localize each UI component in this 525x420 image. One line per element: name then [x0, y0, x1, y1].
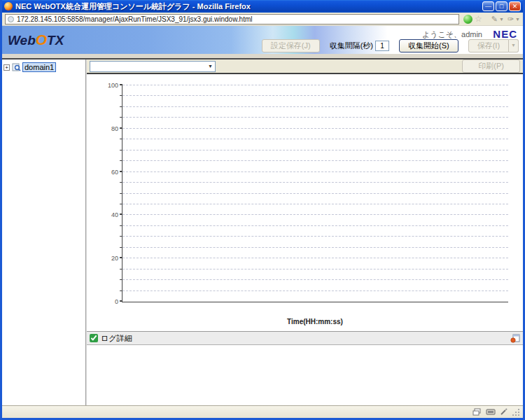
title-bar: NEC WebOTX統合運用管理コンソール統計グラフ - Mozilla Fir…: [2, 0, 523, 13]
domain-tree-panel: + domain1: [2, 59, 86, 405]
windows-stack-icon[interactable]: [472, 408, 482, 416]
graph-panel: ▼ 印刷(P) 020406080100 Time(HH:mm:ss) ログ詳細: [86, 59, 523, 405]
logo-o-swoosh: O: [36, 31, 47, 48]
chevron-down-icon: ▼: [515, 17, 520, 22]
go-button[interactable]: [463, 15, 472, 24]
start-collect-button[interactable]: 収集開始(S): [399, 39, 458, 52]
save-dropdown-arrow[interactable]: ▼: [509, 39, 519, 52]
x-axis-label: Time(HH:mm:ss): [122, 318, 508, 326]
metric-selector[interactable]: ▼: [90, 61, 216, 72]
edit-tool-dropdown[interactable]: ✎ ▼: [491, 15, 504, 24]
save-settings-button[interactable]: 設定保存(J): [262, 39, 320, 52]
maximize-button[interactable]: □: [496, 1, 507, 11]
address-toolbar: 172.28.145.105:5858/manager/AjaxRunTime/…: [2, 13, 523, 26]
welcome-text: ようこそ、admin: [422, 29, 482, 40]
bookmark-star-icon[interactable]: ☆: [475, 15, 482, 24]
content-area: + domain1 ▼ 印刷(P) 020406080100 Time(HH:m…: [2, 59, 523, 405]
browser-window: NEC WebOTX統合運用管理コンソール統計グラフ - Mozilla Fir…: [0, 0, 525, 420]
print-button[interactable]: 印刷(P): [462, 59, 520, 73]
collection-controls: 設定保存(J) 収集間隔(秒) 収集開始(S) 保存(I) ▼: [262, 39, 519, 52]
header-divider: [2, 54, 523, 59]
tree-node-domain1[interactable]: + domain1: [4, 62, 84, 72]
address-field[interactable]: 172.28.145.105:5858/manager/AjaxRunTime/…: [5, 14, 459, 24]
status-bar: [2, 405, 523, 418]
save-button[interactable]: 保存(I): [468, 39, 509, 52]
nec-logo: NEC: [493, 28, 517, 40]
log-detail-label: ログ詳細: [101, 333, 132, 344]
graph-toolbar: ▼ 印刷(P): [87, 59, 523, 74]
log-content-area: [87, 345, 523, 405]
statistics-chart: 020406080100 Time(HH:mm:ss): [87, 74, 523, 332]
close-button[interactable]: ✕: [509, 1, 521, 11]
console-icon[interactable]: [486, 409, 496, 415]
log-popup-icon[interactable]: [510, 334, 520, 343]
chevron-down-icon: ▼: [499, 17, 504, 22]
webotx-logo: WebOTX: [8, 31, 64, 48]
domain-magnifier-icon: [12, 63, 21, 72]
interval-label: 収集間隔(秒): [330, 41, 373, 51]
firefox-icon: [4, 2, 13, 10]
log-detail-checkbox[interactable]: [90, 334, 98, 342]
clip-tool-dropdown[interactable]: ✑ ▼: [507, 15, 520, 24]
plot-area: 020406080100: [122, 85, 508, 302]
address-url: 172.28.145.105:5858/manager/AjaxRunTime/…: [17, 15, 253, 23]
log-detail-bar: ログ詳細: [87, 332, 523, 345]
tree-expander-icon[interactable]: +: [4, 64, 10, 71]
resize-grip[interactable]: [512, 408, 520, 416]
interval-input[interactable]: [375, 41, 389, 51]
page-icon: [8, 16, 14, 22]
chevron-down-icon: ▼: [208, 64, 213, 69]
app-header: WebOTX ようこそ、admin NEC 設定保存(J) 収集間隔(秒) 収集…: [2, 26, 523, 54]
minimize-button[interactable]: —: [482, 1, 494, 11]
edit-pencil-icon[interactable]: [500, 408, 507, 416]
save-group: 保存(I) ▼: [468, 39, 519, 52]
window-title: NEC WebOTX統合運用管理コンソール統計グラフ - Mozilla Fir…: [15, 1, 481, 12]
clip-icon: ✑: [507, 15, 514, 24]
edit-icon: ✎: [491, 15, 498, 24]
tree-node-label[interactable]: domain1: [22, 62, 56, 72]
